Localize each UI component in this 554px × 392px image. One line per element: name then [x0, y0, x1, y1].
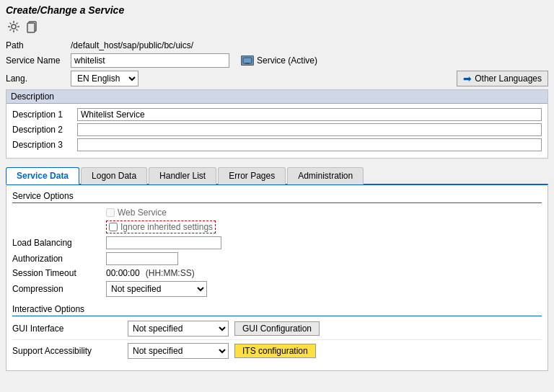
service-active-label: Service (Active) [257, 55, 317, 66]
support-accessibility-select[interactable]: Not specified Yes No [128, 343, 229, 359]
compression-label: Compression [12, 284, 106, 294]
tab-error-pages[interactable]: Error Pages [218, 167, 286, 184]
interactive-options-header: Interactive Options [12, 304, 542, 316]
compression-select[interactable]: Not specified Enabled Disabled [106, 281, 207, 297]
gui-interface-row: GUI Interface Not specified Web GUI SAP … [12, 321, 542, 340]
path-value: /default_host/sap/public/bc/uics/ [71, 40, 193, 50]
path-row: Path /default_host/sap/public/bc/uics/ [6, 40, 548, 50]
gui-interface-select[interactable]: Not specified Web GUI SAP GUI [128, 321, 229, 337]
gui-interface-label: GUI Interface [12, 324, 128, 334]
tab-content: Service Options Web Service Ignore [6, 184, 548, 371]
tab-handler-list[interactable]: Handler List [149, 167, 216, 184]
arrow-right-icon: ➡ [463, 73, 472, 84]
svg-rect-4 [245, 63, 250, 64]
lang-row: Lang. EN English DE German FR French ➡ O… [6, 71, 548, 86]
copy-icon[interactable] [25, 19, 40, 35]
desc2-input[interactable] [77, 123, 542, 136]
desc1-input[interactable] [77, 108, 542, 121]
desc3-row: Description 3 [12, 138, 542, 151]
path-label: Path [6, 40, 71, 50]
support-accessibility-row: Support Accessibility Not specified Yes … [12, 343, 542, 362]
its-configuration-button[interactable]: ITS configuration [234, 344, 316, 358]
ignore-inherited-checkbox-label[interactable]: Ignore inherited settings [106, 220, 216, 233]
load-balancing-label: Load Balancing [12, 238, 106, 248]
desc3-label: Description 3 [12, 140, 77, 150]
desc1-row: Description 1 [12, 108, 542, 121]
load-balancing-input[interactable] [106, 236, 221, 249]
toolbar [6, 19, 548, 35]
ignore-inherited-checkbox[interactable] [109, 223, 118, 231]
load-balancing-row: Load Balancing [12, 236, 542, 249]
gui-configuration-button[interactable]: GUI Configuration [234, 321, 320, 336]
session-timeout-value: 00:00:00 [106, 268, 140, 278]
svg-point-0 [12, 24, 16, 29]
service-active: Service (Active) [241, 55, 317, 66]
lang-select[interactable]: EN English DE German FR French [71, 71, 138, 86]
lang-label: Lang. [6, 74, 71, 84]
other-languages-button[interactable]: ➡ Other Languages [457, 71, 548, 86]
description-header: Description [6, 90, 548, 104]
service-options-header: Service Options [12, 191, 542, 203]
tabs-container: Service Data Logon Data Handler List Err… [6, 163, 548, 184]
settings-icon[interactable] [6, 19, 22, 35]
session-timeout-label: Session Timeout [12, 268, 106, 278]
desc2-row: Description 2 [12, 123, 542, 136]
desc2-label: Description 2 [12, 125, 77, 135]
tab-administration[interactable]: Administration [287, 167, 364, 184]
interactive-options-section: Interactive Options GUI Interface Not sp… [12, 304, 542, 362]
session-timeout-row: Session Timeout 00:00:00 (HH:MM:SS) [12, 268, 542, 278]
desc3-input[interactable] [77, 138, 542, 151]
authorization-input[interactable] [106, 252, 178, 265]
support-accessibility-label: Support Accessibility [12, 346, 128, 356]
web-service-checkbox-label[interactable]: Web Service [106, 208, 167, 218]
page-title: Create/Change a Service [6, 4, 548, 16]
service-name-input[interactable] [71, 53, 229, 68]
svg-rect-3 [243, 58, 252, 63]
svg-rect-2 [27, 23, 35, 32]
authorization-label: Authorization [12, 254, 106, 264]
ignore-inherited-row: Ignore inherited settings [12, 220, 542, 233]
web-service-row: Web Service [12, 208, 542, 218]
tab-logon-data[interactable]: Logon Data [81, 167, 147, 184]
tab-service-data[interactable]: Service Data [6, 167, 79, 184]
service-name-row: Service Name Service (Active) [6, 53, 548, 68]
service-options-section: Service Options Web Service Ignore [12, 191, 542, 297]
description-section: Description Description 1 Description 2 … [6, 89, 548, 159]
web-service-checkbox[interactable] [106, 208, 115, 217]
compression-row: Compression Not specified Enabled Disabl… [12, 281, 542, 297]
monitor-icon [241, 55, 254, 66]
session-timeout-format: (HH:MM:SS) [146, 268, 195, 278]
authorization-row: Authorization [12, 252, 542, 265]
service-name-label: Service Name [6, 55, 71, 66]
desc1-label: Description 1 [12, 110, 77, 120]
